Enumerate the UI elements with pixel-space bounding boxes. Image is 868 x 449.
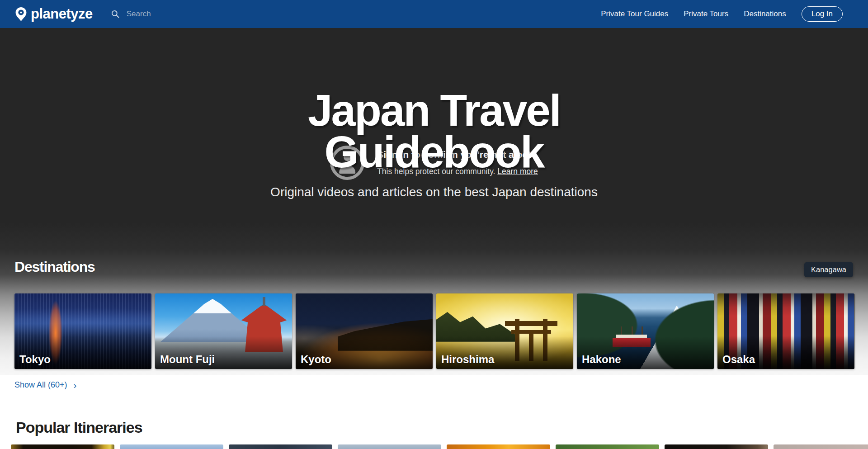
itinerary-card-partial[interactable] bbox=[447, 444, 550, 449]
destination-card-tokyo[interactable]: Tokyo bbox=[14, 293, 151, 369]
itinerary-cards-preview bbox=[11, 444, 868, 449]
search-icon bbox=[111, 9, 120, 19]
destination-card-label: Kyoto bbox=[301, 353, 331, 366]
itinerary-card-partial[interactable] bbox=[665, 444, 768, 449]
page-title-line2: Guidebook bbox=[0, 131, 868, 173]
destination-card-mount-fuji[interactable]: Mount Fuji bbox=[155, 293, 292, 369]
search-input[interactable] bbox=[126, 9, 322, 19]
destination-card-label: Mount Fuji bbox=[160, 353, 215, 366]
brand-name: planetyze bbox=[31, 6, 93, 22]
hero-section: Sign in to confirm you're not a bot This… bbox=[0, 28, 868, 375]
itinerary-card-partial[interactable] bbox=[338, 444, 441, 449]
popular-itineraries-heading: Popular Itineraries bbox=[16, 419, 142, 436]
search-bar bbox=[111, 9, 322, 19]
itinerary-card-partial[interactable] bbox=[120, 444, 223, 449]
show-all-label: Show All (60+) bbox=[14, 380, 67, 390]
page-title: Japan Travel Guidebook bbox=[0, 90, 868, 173]
itinerary-card-partial[interactable] bbox=[774, 444, 868, 449]
destination-card-hakone[interactable]: Hakone bbox=[577, 293, 714, 369]
top-navbar: planetyze Private Tour Guides Private To… bbox=[0, 0, 868, 28]
destination-card-label: Hiroshima bbox=[441, 353, 494, 366]
destination-card-hiroshima[interactable]: Hiroshima bbox=[436, 293, 573, 369]
chevron-right-icon: › bbox=[74, 380, 77, 390]
itinerary-card-partial[interactable] bbox=[11, 444, 114, 449]
show-all-link[interactable]: Show All (60+) › bbox=[14, 380, 77, 390]
region-tooltip: Kanagawa bbox=[804, 262, 853, 277]
login-button[interactable]: Log In bbox=[802, 6, 843, 22]
destination-card-osaka[interactable]: Osaka bbox=[717, 293, 854, 369]
navbar-links: Private Tour Guides Private Tours Destin… bbox=[601, 6, 843, 22]
destination-card-label: Osaka bbox=[722, 353, 755, 366]
nav-link-private-tours[interactable]: Private Tours bbox=[684, 9, 728, 19]
hero-subtitle: Original videos and articles on the best… bbox=[0, 185, 868, 199]
page-title-line1: Japan Travel bbox=[0, 90, 868, 131]
itinerary-card-partial[interactable] bbox=[556, 444, 659, 449]
destination-card-label: Tokyo bbox=[19, 353, 51, 366]
nav-link-destinations[interactable]: Destinations bbox=[744, 9, 786, 19]
map-pin-icon bbox=[15, 7, 27, 22]
destination-card-kyoto[interactable]: Kyoto bbox=[296, 293, 433, 369]
itinerary-card-partial[interactable] bbox=[229, 444, 332, 449]
destination-cards-row: Tokyo Mount Fuji Kyoto Hiroshima Hakone … bbox=[14, 293, 854, 369]
planetyze-logo[interactable]: planetyze bbox=[15, 6, 93, 22]
nav-link-private-tour-guides[interactable]: Private Tour Guides bbox=[601, 9, 668, 19]
destination-card-label: Hakone bbox=[582, 353, 621, 366]
destinations-heading: Destinations bbox=[14, 259, 95, 275]
